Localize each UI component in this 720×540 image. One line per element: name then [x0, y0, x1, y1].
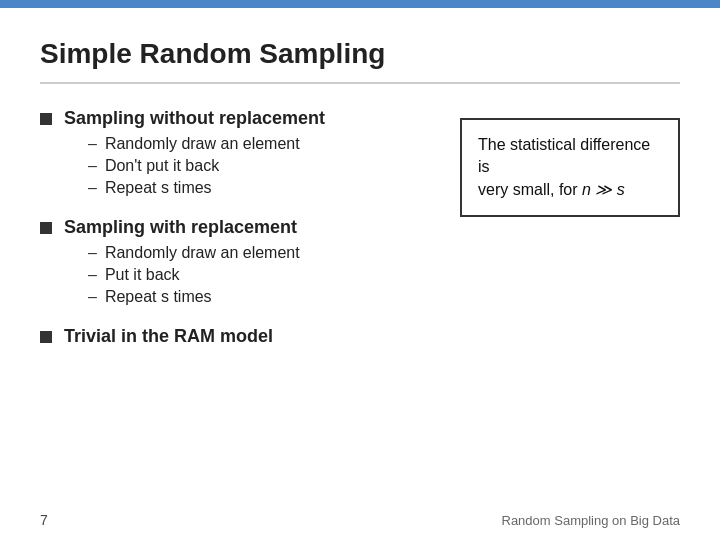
sub-bullet-2-3: – Repeat s times — [88, 288, 300, 306]
info-math: n ≫ s — [582, 181, 625, 198]
page-number: 7 — [40, 512, 48, 528]
top-bar — [0, 0, 720, 8]
sub-bullet-2-2: – Put it back — [88, 266, 300, 284]
dash-icon: – — [88, 244, 97, 262]
sub-text-2-2: Put it back — [105, 266, 180, 284]
dash-icon: – — [88, 288, 97, 306]
sub-bullet-1-2: – Don't put it back — [88, 157, 325, 175]
content-area: Sampling without replacement – Randomly … — [40, 108, 680, 361]
bullet-icon-1 — [40, 113, 52, 125]
section-with-replacement: Sampling with replacement – Randomly dra… — [40, 217, 440, 312]
slide-container: Simple Random Sampling Sampling without … — [0, 8, 720, 540]
info-box-text: The statistical difference is very small… — [478, 136, 650, 198]
sub-text-2-3: Repeat s times — [105, 288, 212, 306]
section-3-label: Trivial in the RAM model — [64, 326, 273, 346]
sub-bullet-1-1: – Randomly draw an element — [88, 135, 325, 153]
info-line2: very small, for — [478, 181, 582, 198]
left-content: Sampling without replacement – Randomly … — [40, 108, 440, 361]
sub-bullets-2: – Randomly draw an element – Put it back… — [88, 244, 300, 306]
footer-title: Random Sampling on Big Data — [502, 513, 681, 528]
sub-bullets-1: – Randomly draw an element – Don't put i… — [88, 135, 325, 197]
sub-text-1-1: Randomly draw an element — [105, 135, 300, 153]
dash-icon: – — [88, 157, 97, 175]
sub-bullet-1-3: – Repeat s times — [88, 179, 325, 197]
dash-icon: – — [88, 266, 97, 284]
slide-title: Simple Random Sampling — [40, 38, 680, 84]
sub-bullet-2-1: – Randomly draw an element — [88, 244, 300, 262]
footer: 7 Random Sampling on Big Data — [0, 512, 720, 528]
bullet-icon-3 — [40, 331, 52, 343]
dash-icon: – — [88, 135, 97, 153]
sub-text-1-2: Don't put it back — [105, 157, 219, 175]
info-line1: The statistical difference is — [478, 136, 650, 175]
section-without-replacement: Sampling without replacement – Randomly … — [40, 108, 440, 203]
bullet-icon-2 — [40, 222, 52, 234]
sub-text-1-3: Repeat s times — [105, 179, 212, 197]
section-trivial: Trivial in the RAM model — [40, 326, 440, 347]
section-2-label: Sampling with replacement — [64, 217, 297, 237]
section-1-label: Sampling without replacement — [64, 108, 325, 128]
info-box: The statistical difference is very small… — [460, 118, 680, 217]
sub-text-2-1: Randomly draw an element — [105, 244, 300, 262]
dash-icon: – — [88, 179, 97, 197]
